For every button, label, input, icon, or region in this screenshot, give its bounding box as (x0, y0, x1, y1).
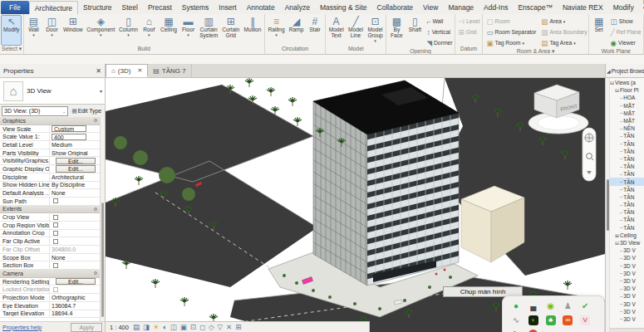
tool-dormer[interactable]: ◥Dormer (424, 37, 455, 48)
tree-item[interactable]: –MẶT (610, 117, 644, 124)
ribbon-tab-insert[interactable]: Insert (214, 1, 241, 14)
view-tab-t-ng-7[interactable]: ▤TẦNG 7 (148, 64, 191, 77)
ribbon-tab-structure[interactable]: Structure (78, 1, 117, 14)
property-value[interactable] (49, 237, 100, 245)
tool-level[interactable]: ⊣Level (456, 16, 483, 27)
tree-item[interactable]: –NỀN (610, 124, 644, 132)
tree-item[interactable]: –TẦN (610, 170, 644, 178)
tree-item[interactable]: –3D V (610, 285, 644, 292)
tree-item[interactable]: –TẦN (610, 163, 644, 170)
tree-item[interactable]: –TẦN (610, 208, 644, 216)
tree-item[interactable]: –TẦN (610, 132, 644, 139)
tool-floor[interactable]: ▬Floor▾ (179, 15, 198, 46)
chevron-down-icon[interactable]: ▾ (97, 88, 105, 94)
tool-model-group[interactable]: ⊡Model Group▾ (366, 15, 386, 46)
tray-icon-check[interactable]: ✔ (579, 300, 591, 311)
tool-grid[interactable]: ⊞Grid (456, 27, 483, 37)
tool-model-text[interactable]: AModel Text (327, 15, 346, 46)
tool-door[interactable]: ◫Door▾ (43, 15, 61, 46)
view-control-icon-3[interactable]: ◐ (163, 324, 167, 331)
property-value[interactable] (49, 261, 100, 269)
tool-component[interactable]: ◈Component▾ (85, 15, 117, 46)
value-input[interactable]: 400 (52, 134, 86, 140)
ribbon-tab-manage[interactable]: Manage (443, 1, 479, 14)
close-icon[interactable]: ✕ (137, 67, 142, 74)
property-value[interactable] (49, 230, 100, 237)
tree-item[interactable]: –MẶT (610, 110, 644, 117)
tree-item[interactable]: –TẦN (610, 224, 644, 232)
ribbon-group-label[interactable]: Build (24, 46, 264, 54)
tray-icon-nvidia-settings[interactable]: ◐ (528, 315, 539, 325)
checkbox[interactable] (53, 231, 58, 236)
browser-hscrollbar[interactable] (610, 328, 644, 332)
ribbon-tab-systems[interactable]: Systems (177, 1, 214, 14)
property-value[interactable]: 136084.7 (49, 302, 100, 310)
value-input[interactable]: Custom (52, 125, 86, 132)
checkbox[interactable] (53, 215, 58, 220)
ribbon-tab-enscape-[interactable]: Enscape™ (513, 1, 558, 14)
tree-item[interactable]: –3D V (610, 300, 644, 307)
tool-by-face[interactable]: ▩By Face (387, 15, 406, 48)
view-control-icon-4[interactable]: ◫ (170, 324, 177, 331)
pin-icon[interactable] (94, 119, 97, 122)
view-control-icon-2[interactable]: ☀ (153, 324, 160, 331)
view-scale[interactable]: 1 : 400 (110, 324, 129, 331)
tree-item[interactable]: –TẦN (610, 140, 644, 148)
tree-item[interactable]: –TẦN (610, 178, 644, 185)
property-value[interactable]: Orthographic (49, 294, 100, 301)
ribbon-group-label[interactable]: Circulation (265, 46, 325, 54)
ribbon-group-label[interactable]: Room & Area ▾ (483, 48, 587, 54)
property-value[interactable] (49, 213, 100, 221)
tree-item[interactable]: –TẦN (610, 216, 644, 223)
tree-item[interactable]: –3D V (610, 292, 644, 300)
property-value[interactable]: Custom (49, 125, 100, 133)
ribbon-tab-add-ins[interactable]: Add-Ins (479, 1, 513, 14)
tool-model-line[interactable]: ╱Model Line (346, 15, 365, 46)
ribbon-group-label[interactable]: Opening (386, 48, 454, 54)
tray-icon-pen[interactable]: ✎ (510, 329, 522, 332)
tree-item[interactable]: –3D V (610, 270, 644, 277)
tool-column[interactable]: ▯Column▾ (117, 15, 140, 46)
tool-stair[interactable]: #Stair (306, 15, 324, 46)
tool-area-boundary[interactable]: ▨Area Boundary (538, 27, 589, 37)
tree-item[interactable]: –3D V (610, 262, 644, 270)
panel-pin-icon[interactable]: ◢ (607, 68, 611, 74)
checkbox[interactable] (53, 263, 58, 268)
property-value[interactable]: 18694.4 (49, 310, 100, 318)
model-canvas[interactable]: FRONT (106, 78, 605, 332)
property-value[interactable]: Edit... (49, 157, 100, 164)
tree-toggle-icon[interactable]: ⊟ (610, 80, 614, 85)
tool-curtain-grid[interactable]: ⊞Curtain Grid (220, 15, 242, 46)
ribbon-group-label[interactable]: Work Plane (589, 48, 643, 54)
property-value[interactable]: Show Original (49, 149, 100, 157)
property-value[interactable]: Edit... (49, 165, 100, 173)
ribbon-tab-precast[interactable]: Precast (143, 1, 177, 14)
tray-icon-chrome[interactable] (528, 329, 539, 332)
view-control-icon-0[interactable]: ▤ (133, 324, 140, 331)
tower-building[interactable] (313, 81, 459, 286)
tree-item[interactable]: ⊟Floor Pl (610, 86, 644, 94)
tool-ref-plane[interactable]: ╱Ref Plane (608, 27, 644, 37)
tree-item[interactable]: –TẦN (610, 193, 644, 201)
ribbon-group-label[interactable]: Model (326, 46, 386, 54)
section-header-camera[interactable]: Camera (0, 270, 100, 278)
tool-vertical[interactable]: ↕Vertical (424, 27, 455, 37)
tree-toggle-icon[interactable]: ⊟ (615, 240, 619, 246)
checkbox[interactable] (53, 287, 58, 292)
ribbon-tab-architecture[interactable]: Architecture (29, 1, 78, 14)
checkbox[interactable] (53, 198, 58, 203)
tree-toggle-icon[interactable]: ⊞ (615, 232, 619, 238)
tool-viewer[interactable]: ◉Viewer (608, 37, 644, 48)
property-value[interactable]: None (49, 254, 100, 261)
tool-curtain-system[interactable]: ▥Curtain System (198, 15, 220, 46)
pin-icon[interactable] (94, 208, 97, 211)
tool-show[interactable]: ◫Show (608, 16, 644, 27)
ribbon-group-label[interactable]: Datum (455, 46, 483, 54)
tree-item[interactable]: ⊞Ceiling (610, 232, 644, 239)
tool-railing[interactable]: ≡Railing▾ (266, 15, 287, 46)
ribbon-tab-naviate-rex[interactable]: Naviate REX (558, 1, 608, 14)
checkbox[interactable] (53, 222, 58, 227)
tray-icon-green-dot[interactable]: ● (510, 300, 522, 311)
view-control-icon-9[interactable]: ▽ (218, 324, 224, 331)
tool-mullion[interactable]: ∥Mullion (242, 15, 263, 46)
